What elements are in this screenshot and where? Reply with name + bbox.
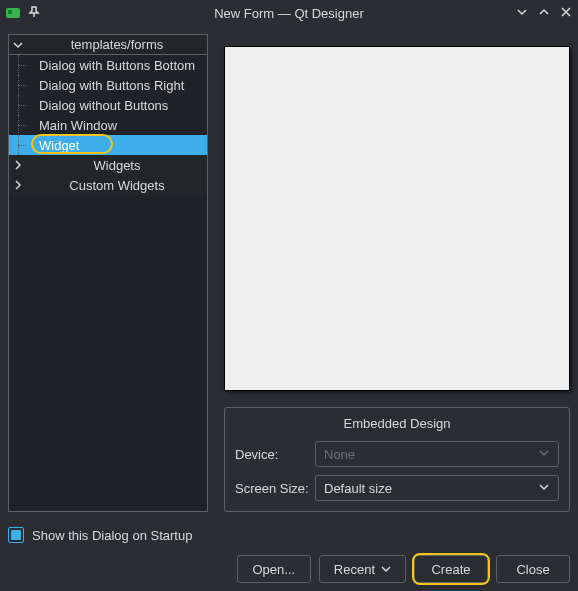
- maximize-icon[interactable]: [538, 6, 550, 21]
- pin-icon[interactable]: [28, 6, 40, 21]
- embedded-design-title: Embedded Design: [235, 416, 559, 431]
- tree-item[interactable]: Dialog with Buttons Bottom: [9, 55, 207, 75]
- tree-category-custom-widgets[interactable]: Custom Widgets: [9, 175, 207, 195]
- tree-item[interactable]: Main Window: [9, 115, 207, 135]
- titlebar: New Form — Qt Designer: [0, 0, 578, 26]
- tree-category-widgets[interactable]: Widgets: [9, 155, 207, 175]
- device-combo: None: [315, 441, 559, 467]
- show-on-startup-label: Show this Dialog on Startup: [32, 528, 192, 543]
- chevron-down-icon: [381, 562, 391, 577]
- show-on-startup-checkbox[interactable]: [8, 527, 24, 543]
- open-button[interactable]: Open...: [237, 555, 311, 583]
- chevron-down-icon: [538, 481, 550, 496]
- create-button[interactable]: Create: [414, 555, 488, 583]
- chevron-right-icon: [9, 180, 27, 190]
- close-button[interactable]: Close: [496, 555, 570, 583]
- tree-item-widget[interactable]: Widget: [9, 135, 207, 155]
- window-title: New Form — Qt Designer: [0, 6, 578, 21]
- tree-root-label: templates/forms: [27, 37, 207, 52]
- device-label: Device:: [235, 447, 315, 462]
- tree-root-templates[interactable]: templates/forms: [9, 35, 207, 55]
- tree-item[interactable]: Dialog with Buttons Right: [9, 75, 207, 95]
- recent-button[interactable]: Recent: [319, 555, 406, 583]
- chevron-down-icon: [9, 40, 27, 50]
- chevron-down-icon: [538, 447, 550, 462]
- minimize-icon[interactable]: [516, 6, 528, 21]
- chevron-right-icon: [9, 160, 27, 170]
- screen-size-combo[interactable]: Default size: [315, 475, 559, 501]
- template-tree[interactable]: templates/forms Dialog with Buttons Bott…: [8, 34, 208, 512]
- form-preview: [224, 46, 570, 391]
- close-icon[interactable]: [560, 6, 572, 21]
- screen-size-label: Screen Size:: [235, 481, 315, 496]
- app-icon: [6, 8, 20, 18]
- embedded-design-group: Embedded Design Device: None Screen Size…: [224, 407, 570, 512]
- check-icon: [11, 530, 21, 540]
- tree-item[interactable]: Dialog without Buttons: [9, 95, 207, 115]
